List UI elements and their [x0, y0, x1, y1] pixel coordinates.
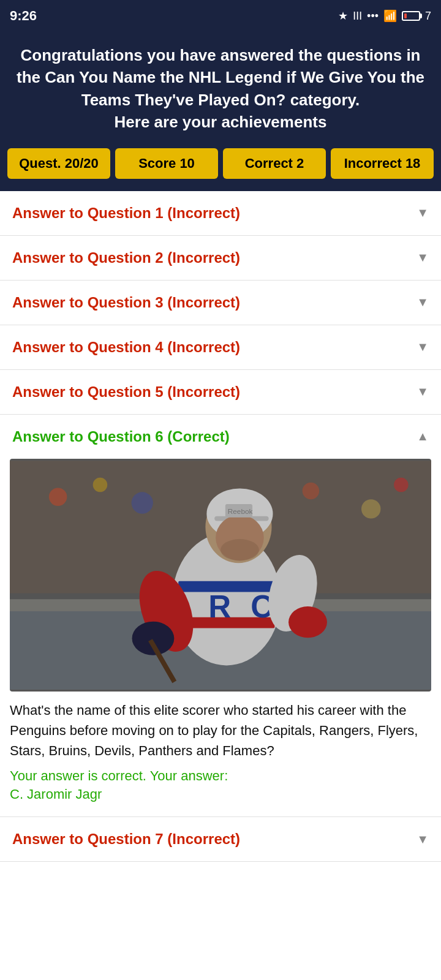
status-bar: 9:26 ★ ⅠⅠⅠ ••• 📶 7 [0, 0, 441, 32]
svg-rect-21 [10, 461, 431, 689]
chevron-down-icon-3: ▼ [417, 295, 429, 309]
bluetooth-icon: ★ [338, 9, 348, 23]
status-icons: ★ ⅠⅠⅠ ••• 📶 7 [338, 9, 431, 23]
stats-row: Quest. 20/20 Score 10 Correct 2 Incorrec… [0, 148, 441, 191]
answer-title-7: Answer to Question 7 (Incorrect) [12, 831, 240, 848]
stat-correct: Correct 2 [223, 148, 326, 179]
answer-item-4: Answer to Question 4 (Incorrect) ▼ [0, 325, 441, 370]
answer-title-6: Answer to Question 6 (Correct) [12, 428, 230, 445]
chevron-down-icon-5: ▼ [417, 385, 429, 399]
answer-question-text-6: What's the name of this elite scorer who… [10, 700, 431, 761]
answer-item-2: Answer to Question 2 (Incorrect) ▼ [0, 236, 441, 281]
answer-title-5: Answer to Question 5 (Incorrect) [12, 383, 240, 401]
status-time: 9:26 [10, 8, 37, 24]
stat-score: Score 10 [115, 148, 218, 179]
answer-image-6: R C Reebok [10, 459, 431, 692]
battery-icon [402, 11, 420, 21]
svg-point-26 [361, 499, 380, 518]
chevron-up-icon-6: ▲ [417, 429, 429, 443]
answer-list: Answer to Question 1 (Incorrect) ▼ Answe… [0, 191, 441, 862]
chevron-down-icon-2: ▼ [417, 251, 429, 265]
answer-header-2[interactable]: Answer to Question 2 (Incorrect) ▼ [0, 236, 441, 280]
stat-incorrect: Incorrect 18 [331, 148, 434, 179]
svg-point-24 [132, 492, 153, 513]
chevron-down-icon-7: ▼ [417, 832, 429, 846]
stat-quests: Quest. 20/20 [7, 148, 110, 179]
chevron-down-icon-4: ▼ [417, 340, 429, 354]
answer-item-3: Answer to Question 3 (Incorrect) ▼ [0, 281, 441, 325]
answer-title-3: Answer to Question 3 (Incorrect) [12, 294, 240, 311]
answer-title-2: Answer to Question 2 (Incorrect) [12, 249, 240, 266]
answer-header-6[interactable]: Answer to Question 6 (Correct) ▲ [0, 415, 441, 459]
answer-header-4[interactable]: Answer to Question 4 (Incorrect) ▼ [0, 325, 441, 369]
battery-level: 7 [425, 10, 431, 23]
answer-header-5[interactable]: Answer to Question 5 (Incorrect) ▼ [0, 370, 441, 414]
signal-icon-2: ••• [367, 10, 379, 23]
svg-point-25 [303, 482, 320, 499]
answer-item-5: Answer to Question 5 (Incorrect) ▼ [0, 370, 441, 415]
signal-icon-1: ⅠⅠⅠ [353, 9, 362, 23]
answer-header-7[interactable]: Answer to Question 7 (Incorrect) ▼ [0, 817, 441, 861]
answer-title-4: Answer to Question 4 (Incorrect) [12, 339, 240, 356]
answer-header-1[interactable]: Answer to Question 1 (Incorrect) ▼ [0, 191, 441, 235]
answer-content-6: R C Reebok [0, 459, 441, 817]
answer-title-1: Answer to Question 1 (Incorrect) [12, 205, 240, 222]
svg-point-23 [93, 477, 108, 492]
chevron-down-icon-1: ▼ [417, 206, 429, 220]
svg-point-22 [49, 488, 67, 505]
wifi-icon: 📶 [383, 9, 397, 23]
player-illustration: R C Reebok [10, 459, 431, 692]
answer-item-1: Answer to Question 1 (Incorrect) ▼ [0, 191, 441, 236]
header-title: Congratulations you have answered the qu… [15, 44, 426, 134]
answer-header-3[interactable]: Answer to Question 3 (Incorrect) ▼ [0, 281, 441, 325]
answer-result-text-6: Your answer is correct. Your answer: C. … [10, 767, 431, 805]
answer-item-6: Answer to Question 6 (Correct) ▲ [0, 415, 441, 818]
page-header: Congratulations you have answered the qu… [0, 32, 441, 148]
answer-item-7: Answer to Question 7 (Incorrect) ▼ [0, 817, 441, 862]
svg-point-27 [394, 477, 409, 492]
